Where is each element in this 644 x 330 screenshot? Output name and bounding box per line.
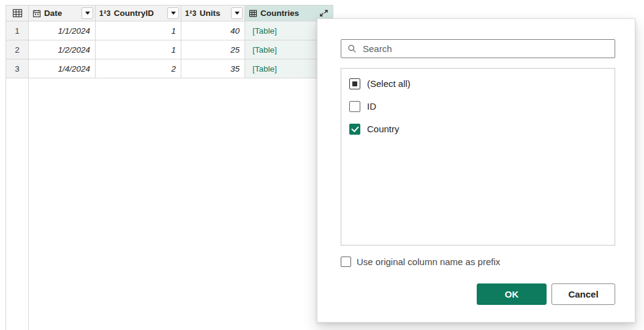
cell-countryid[interactable]: 1	[96, 21, 181, 40]
prefix-label: Use original column name as prefix	[357, 257, 500, 267]
cell-units[interactable]: 40	[181, 21, 245, 40]
prefix-checkbox[interactable]	[341, 257, 351, 267]
cell-units[interactable]: 25	[181, 40, 245, 59]
grid-header-row: Date 1²3 CountryID 1²3 Units	[6, 5, 333, 21]
row-number[interactable]: 1	[6, 21, 29, 40]
list-item-id[interactable]: ID	[341, 95, 615, 118]
calendar-icon	[32, 9, 41, 18]
data-grid: Date 1²3 CountryID 1²3 Units	[6, 5, 333, 330]
expand-columns-icon	[319, 9, 328, 17]
country-checkbox[interactable]	[349, 124, 360, 135]
number-type-icon: 1²3	[185, 9, 197, 18]
column-header-date[interactable]: Date	[29, 5, 96, 21]
filter-button[interactable]	[231, 7, 243, 19]
filter-button[interactable]	[81, 7, 93, 19]
row-number[interactable]: 3	[6, 59, 29, 78]
list-item-label: Country	[367, 124, 400, 134]
power-query-editor: Date 1²3 CountryID 1²3 Units	[0, 0, 644, 330]
cell-date[interactable]: 1/4/2024	[29, 59, 96, 78]
expand-column-button[interactable]	[316, 7, 331, 20]
table-row: 1 1/1/2024 1 40 [Table]	[6, 21, 333, 40]
prefix-option[interactable]: Use original column name as prefix	[341, 257, 615, 267]
column-title: Date	[44, 9, 62, 18]
list-item-country[interactable]: Country	[341, 118, 615, 140]
chevron-down-icon	[235, 12, 240, 15]
cell-countryid[interactable]: 2	[96, 59, 181, 78]
row-number-gutter	[6, 78, 29, 330]
chevron-down-icon	[171, 12, 176, 15]
cell-units[interactable]: 35	[181, 59, 245, 78]
list-item-label: (Select all)	[367, 78, 411, 89]
expand-columns-popup: (Select all) ID Country Use original col…	[317, 18, 635, 323]
column-title: Units	[200, 9, 221, 18]
list-item-label: ID	[367, 101, 376, 111]
chevron-down-icon	[85, 12, 90, 15]
list-item-select-all[interactable]: (Select all)	[341, 72, 615, 95]
column-title: CountryID	[114, 9, 154, 18]
select-all-checkbox[interactable]	[349, 78, 360, 89]
column-header-countryid[interactable]: 1²3 CountryID	[96, 5, 181, 21]
search-icon	[347, 44, 357, 53]
search-box[interactable]	[341, 39, 615, 58]
table-icon	[12, 8, 23, 18]
select-all-corner[interactable]	[6, 5, 29, 21]
ok-button[interactable]: OK	[477, 283, 547, 305]
search-input[interactable]	[363, 43, 608, 54]
column-header-units[interactable]: 1²3 Units	[181, 5, 245, 21]
cell-date[interactable]: 1/2/2024	[29, 40, 96, 59]
filter-button[interactable]	[167, 7, 179, 19]
cancel-button[interactable]: Cancel	[551, 283, 615, 305]
cell-date[interactable]: 1/1/2024	[29, 21, 96, 40]
table-row: 2 1/2/2024 1 25 [Table]	[6, 40, 333, 59]
dialog-buttons: OK Cancel	[341, 283, 615, 305]
column-list: (Select all) ID Country	[341, 68, 615, 246]
column-title: Countries	[260, 9, 299, 18]
number-type-icon: 1²3	[99, 9, 111, 18]
table-icon	[249, 9, 257, 18]
cell-countryid[interactable]: 1	[96, 40, 181, 59]
table-row: 3 1/4/2024 2 35 [Table]	[6, 59, 333, 78]
id-checkbox[interactable]	[349, 101, 360, 112]
row-number[interactable]: 2	[6, 40, 29, 59]
